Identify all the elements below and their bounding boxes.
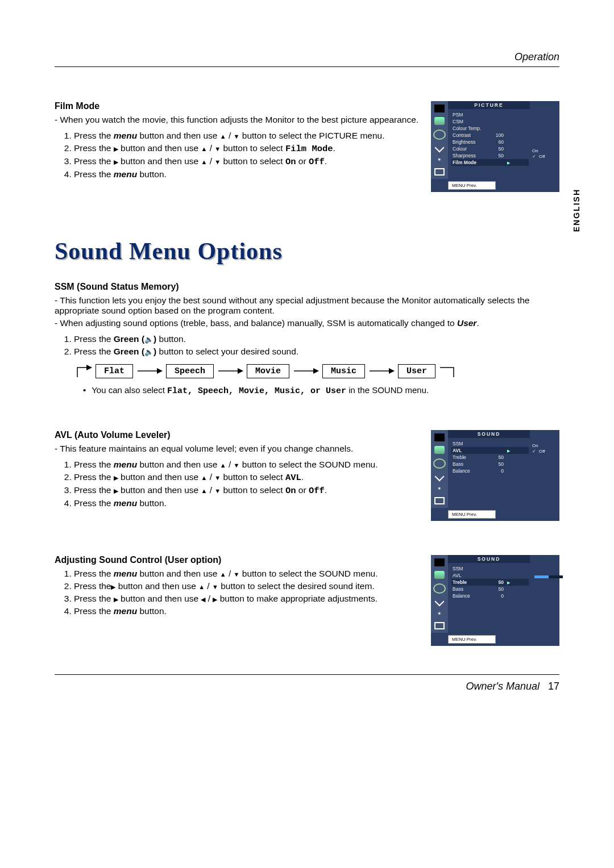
adjust-block: Adjusting Sound Control (User option) Pr… (55, 555, 559, 646)
osd-options: On Off (530, 430, 559, 508)
osd-line: AVL (453, 573, 528, 578)
osd-footer: MENU Prev. (448, 635, 496, 644)
osd-line: AVL ▶ (451, 447, 529, 454)
osd-options: On Off (530, 101, 559, 179)
arrow-right-icon (368, 366, 395, 376)
menu-word: menu (114, 606, 137, 616)
adjust-title: Adjusting Sound Control (User option) (55, 555, 420, 565)
user-word: User (457, 318, 476, 328)
t: button to select (221, 143, 285, 153)
osd-item-label: Colour (453, 146, 488, 152)
osd-opt-on: On (532, 443, 557, 448)
right-arrow-icon: ▶ (507, 581, 510, 585)
arrow-right-icon (136, 366, 163, 376)
t: button. (156, 334, 186, 344)
step: Press the menu button and then use / but… (74, 569, 420, 579)
special-icon: ✶ (434, 156, 445, 164)
language-tab: ENGLISH (572, 189, 581, 232)
down-arrow-icon (234, 460, 240, 469)
osd-item-label: PSM (453, 112, 488, 118)
left-arrow-icon (201, 594, 205, 603)
down-arrow-icon (214, 485, 221, 495)
osd-line: Film Mode ▶ (451, 159, 529, 166)
film-mode-block: Film Mode - When you watch the movie, th… (55, 101, 559, 192)
t: . (325, 156, 327, 166)
osd-item-label: Balance (453, 593, 488, 599)
osd-sidebar: ✶ (431, 101, 448, 179)
osd-item-label: AVL (453, 573, 488, 578)
t: button to select (221, 156, 285, 166)
right-arrow-icon (114, 472, 118, 482)
osd-item-value: 50 (491, 153, 504, 158)
time-icon (435, 597, 445, 607)
step: Press the button and then use / button t… (74, 594, 420, 604)
osd-footer: MENU Prev. (448, 181, 496, 190)
t: . (476, 318, 479, 328)
osd-item-label: Film Mode (453, 160, 488, 165)
screen-icon (434, 622, 445, 629)
menu-word: menu (114, 131, 137, 140)
osd-opt-off: Off (532, 154, 557, 159)
film-mode-steps: Press the menu button and then use / but… (63, 131, 420, 180)
up-arrow-icon (201, 485, 207, 495)
osd-item-label: SSM (453, 441, 488, 446)
mono-label: On (285, 157, 296, 167)
menu-word: menu (114, 460, 137, 469)
osd-picture: ✶ PICTURE PSMCSMColour Temp.Contrast100B… (431, 101, 559, 192)
osd-item-value: 50 (491, 454, 504, 460)
avl-block: AVL (Auto Volume Leveler) - This feature… (55, 430, 559, 521)
t: Press the (74, 347, 114, 356)
ssm-cycle-box: Flat (96, 364, 133, 378)
special-icon: ✶ (434, 485, 445, 493)
osd-sidebar: ✶ (431, 430, 448, 508)
t: Press the (74, 156, 114, 166)
arrow-right-icon (217, 366, 243, 376)
film-mode-intro: - When you watch the movie, this functio… (55, 115, 420, 125)
t: Press the (74, 334, 114, 344)
osd-item-value: 60 (491, 139, 504, 145)
t: Press the (74, 569, 114, 578)
t: button to select the SOUND menu. (239, 460, 377, 469)
osd-line: CSM (453, 119, 528, 124)
t: Press the (74, 606, 114, 616)
up-arrow-icon (201, 143, 207, 153)
osd-item-label: Sharpness (453, 153, 488, 158)
green-word: Green ( (114, 334, 144, 344)
osd-item-label: SSM (453, 566, 488, 571)
ssm-intro2: - When adjusting sound options (treble, … (55, 318, 559, 328)
ssm-steps: Press the Green () button. Press the Gre… (63, 334, 559, 357)
right-arrow-icon (114, 485, 118, 495)
step: Press the Green () button. (74, 334, 559, 344)
osd-opt-off: Off (532, 449, 557, 454)
right-arrow-icon: ▶ (507, 449, 510, 453)
osd-line: Colour50 (453, 146, 528, 152)
osd-item-label: Contrast (453, 132, 488, 138)
avl-steps: Press the menu button and then use / but… (63, 460, 420, 508)
osd-sound-avl: ✶ SOUND SSMAVL ▶Treble50Bass50Balance0 O… (431, 430, 559, 521)
right-arrow-icon (114, 156, 118, 166)
picture-icon (434, 117, 445, 125)
osd-options (530, 555, 559, 633)
t: button to make appropriate adjustments. (217, 594, 377, 603)
t: . (325, 485, 327, 495)
step: Press the menu button. (74, 498, 420, 508)
down-arrow-icon (214, 156, 221, 166)
t: When adjusting sound options (treble, ba… (60, 318, 457, 328)
avl-intro: - This feature maintains an equal volume… (55, 444, 420, 454)
osd-line: Bass50 (453, 461, 528, 467)
t: . (301, 472, 304, 482)
ssm-cycle-box: Speech (166, 364, 214, 378)
osd-item-label: Brightness (453, 139, 488, 145)
t: Press the (74, 131, 114, 140)
ssm-note: You can also select Flat, Speech, Movie,… (83, 385, 559, 396)
t: button to select the PICTURE menu. (239, 131, 384, 140)
mono-label: Off (309, 486, 325, 496)
osd-line: Brightness60 (453, 139, 528, 145)
menu-word: menu (114, 569, 137, 578)
osd-item-label: Bass (453, 461, 488, 467)
osd-item-label: Treble (453, 579, 488, 585)
t: Press the (74, 594, 114, 603)
step: Press the button and then use / button t… (74, 143, 420, 154)
down-arrow-icon (234, 569, 240, 578)
osd-title: SOUND (448, 555, 530, 563)
